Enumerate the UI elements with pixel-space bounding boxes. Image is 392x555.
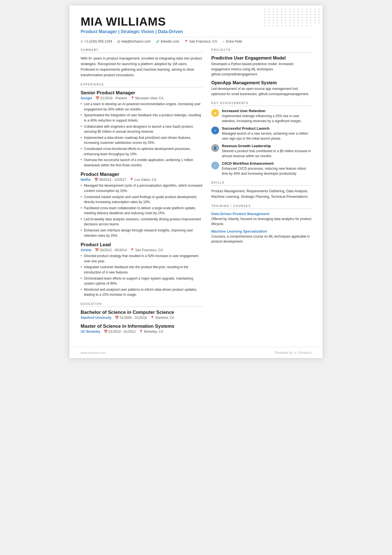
job-bullet: Collaborated with engineers and designer… [81, 124, 203, 134]
job-bullet: Orchestrated team efforts to support a m… [81, 276, 203, 286]
achievement-content: Increased User Retention Implemented red… [222, 109, 311, 124]
school-name: Stanford University [81, 316, 111, 320]
job-location: 📍 Los Gatos, CA [130, 178, 156, 182]
contact-phone: ✆ +1-(234)-555-1234 [81, 40, 112, 43]
pin-icon: 📍 [130, 96, 135, 100]
achievement-item: ✓ Successful Product Launch Managed laun… [211, 126, 311, 141]
job-bullet: Led bi-weekly data analysis sessions, co… [81, 217, 203, 227]
achievement-item: 👤 Revenue Growth Leadership Steered a pr… [211, 144, 311, 159]
job-bullet: Conducted market analysis and used findi… [81, 194, 203, 205]
summary-section-title: SUMMARY [81, 48, 203, 53]
phone-icon: ✆ [81, 40, 83, 43]
education-section-title: EDUCATION [81, 302, 203, 307]
job-bullets-list: Managed the development cycle of a perso… [81, 183, 203, 238]
job-title: Senior Product Manager [81, 90, 203, 96]
summary-text: With 8+ years in product management, exc… [81, 56, 203, 78]
projects-section: PROJECTS Predictive User Engagement Mode… [211, 48, 311, 97]
job-bullet: Facilitated cross-team collaboration to … [81, 206, 203, 216]
job-bullets-list: Led a team to develop an AI-powered reco… [81, 102, 203, 168]
project-item: Predictive User Engagement Model Develop… [211, 56, 311, 77]
job-bullet: Oversaw the successful launch of a mobil… [81, 157, 203, 168]
achievement-title: Successful Product Launch [222, 126, 311, 130]
linkedin-icon: 🔗 [156, 40, 160, 43]
location-icon: 📍 [184, 40, 188, 43]
degree-title: Bachelor of Science in Computer Science [81, 310, 203, 315]
contact-linkedin: 🔗 linkedin.com [156, 40, 179, 43]
achievement-title: Revenue Growth Leadership [222, 144, 311, 148]
contact-location: 📍 San Francisco, CA [184, 40, 217, 43]
training-item: Data-Driven Product Management Offered b… [211, 212, 311, 226]
achievement-icon-star: ★ [211, 109, 219, 117]
calendar-icon: 📅 [115, 316, 119, 320]
skills-text: Product Management, Requirements Gatheri… [211, 188, 311, 199]
project-description: Led development of an open-source app ma… [211, 86, 311, 97]
edu-meta: UC Berkeley 📅 01/2010 - 01/2012 📍 Berkel… [81, 330, 203, 334]
candidate-title: Product Manager | Strategic Vision | Dat… [81, 29, 311, 34]
calendar-icon: 📅 [95, 248, 99, 252]
job-bullet: Monitored and analyzed user patterns to … [81, 287, 203, 297]
achievement-title: CI/CD Workflow Enhancement [222, 161, 311, 166]
job-title: Product Manager [81, 172, 203, 177]
calendar-icon: 📅 [94, 178, 98, 182]
achievement-item: ★ Increased User Retention Implemented r… [211, 109, 311, 124]
pin-icon: 📍 [130, 178, 134, 182]
achievement-content: Revenue Growth Leadership Steered a prod… [222, 144, 311, 159]
training-section: TRAINING / COURSES Data-Driven Product M… [211, 204, 311, 244]
calendar-icon: 📅 [104, 330, 108, 334]
training-title: Machine Learning Specialization [211, 229, 311, 233]
achievement-description: Implemented redesign influencing a 25% r… [222, 114, 311, 124]
job-company: Airbnb [81, 248, 91, 252]
star-icon: ☆ [222, 40, 225, 43]
project-title: OpenApp Management System [211, 80, 311, 85]
skills-section: SKILLS Product Management, Requirements … [211, 181, 311, 199]
edu-location: 📍 Berkeley, CA [139, 330, 163, 334]
achievements-section-title: KEY ACHIEVEMENTS [211, 102, 311, 106]
left-column: SUMMARY With 8+ years in product managem… [81, 48, 203, 339]
job-item: Product Manager Netflix 📅 06/2014 - 12/2… [81, 172, 203, 238]
achievement-content: CI/CD Workflow Enhancement Enhanced CI/C… [222, 161, 311, 176]
edu-dates: 📅 01/2010 - 01/2012 [104, 330, 136, 334]
experience-section: EXPERIENCE Senior Product Manager Google… [81, 83, 203, 297]
achievement-icon-heart: ♡ [211, 162, 219, 169]
footer-brand: Powered by ∞ Enhancv [275, 351, 311, 355]
achievement-icon-person: 👤 [211, 144, 219, 152]
email-icon: @ [117, 40, 120, 43]
job-bullet: Enhanced user interface design through r… [81, 228, 203, 238]
job-company: Netflix [81, 178, 91, 182]
job-bullets-list: Directed product strategy that resulted … [81, 253, 203, 297]
enhancv-logo-icon: ∞ [294, 351, 297, 355]
achievement-description: Managed launch of a new service, achievi… [222, 131, 311, 141]
training-item: Machine Learning Specialization Coursera… [211, 229, 311, 244]
achievement-description: Steered a product that contributed to a … [222, 149, 311, 159]
pin-icon: 📍 [139, 330, 143, 334]
job-meta: Airbnb 📅 03/2012 - 05/2014 📍 San Francis… [81, 248, 203, 252]
training-description: Offered by Udacity, focused on leveragin… [211, 216, 311, 226]
job-dates: 📅 03/2012 - 05/2014 [95, 248, 127, 252]
training-description: Coursera, a comprehensive course on ML t… [211, 234, 311, 244]
edu-meta: Stanford University 📅 01/2006 - 01/2010 … [81, 316, 203, 320]
job-bullet: Led a team to develop an AI-powered reco… [81, 102, 203, 112]
achievements-section: KEY ACHIEVEMENTS ★ Increased User Retent… [211, 102, 311, 176]
job-item: Senior Product Manager Google 📅 01/2018 … [81, 90, 203, 168]
school-name: UC Berkeley [81, 330, 100, 334]
experience-section-title: EXPERIENCE [81, 83, 203, 87]
pin-icon: 📍 [130, 248, 134, 252]
contact-extra: ☆ Extra Field [222, 40, 242, 43]
edu-location: 📍 Stanford, CA [150, 316, 174, 320]
job-company: Google [81, 96, 92, 100]
job-location: 📍 San Francisco, CA [130, 248, 163, 252]
job-item: Product Lead Airbnb 📅 03/2012 - 05/2014 … [81, 242, 203, 297]
footer-website: www.enhancv.com [81, 351, 106, 354]
resume-page: MIA WILLIAMS Product Manager | Strategic… [70, 6, 322, 358]
brand-name: Enhancv [298, 351, 311, 355]
job-title: Product Lead [81, 242, 203, 248]
pin-icon: 📍 [150, 316, 154, 320]
achievement-item: ♡ CI/CD Workflow Enhancement Enhanced CI… [211, 161, 311, 176]
job-dates: 📅 01/2018 - Present [95, 96, 127, 100]
job-bullet: Managed the development cycle of a perso… [81, 183, 203, 193]
powered-by-label: Powered by [275, 351, 292, 355]
header-section: MIA WILLIAMS Product Manager | Strategic… [81, 15, 311, 43]
projects-section-title: PROJECTS [211, 48, 311, 53]
skills-section-title: SKILLS [211, 181, 311, 186]
job-meta: Netflix 📅 06/2014 - 12/2017 📍 Los Gatos,… [81, 178, 203, 182]
